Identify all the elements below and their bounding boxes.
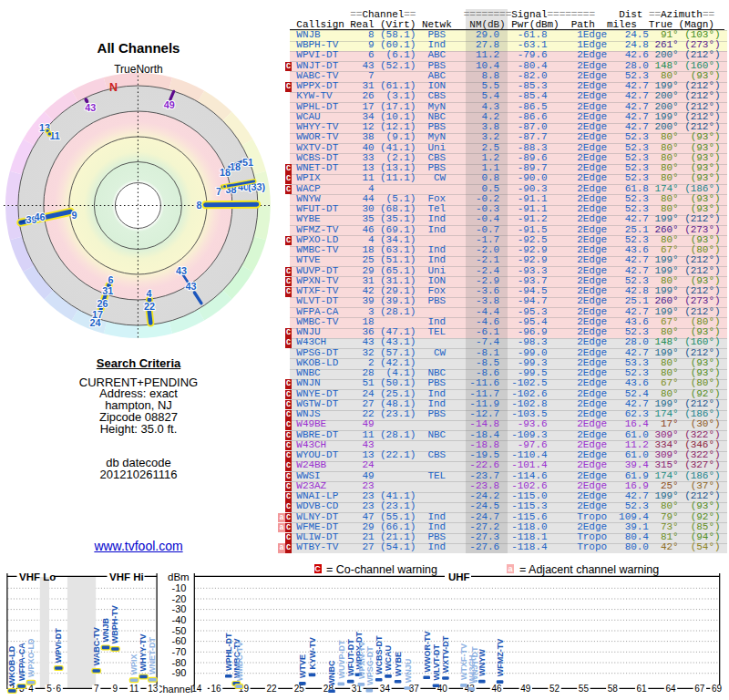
svg-text:61: 61 (637, 684, 648, 694)
svg-text:WNYW: WNYW (477, 649, 487, 676)
svg-text:-40: -40 (172, 614, 187, 625)
svg-text:67: 67 (694, 684, 705, 694)
svg-text:69: 69 (712, 684, 723, 694)
svg-text:WUVP-DT: WUVP-DT (337, 640, 346, 678)
svg-text:-30: -30 (172, 603, 187, 614)
svg-text:WNJB: WNJB (101, 618, 110, 643)
svg-text:VHF Lo: VHF Lo (19, 571, 56, 582)
svg-text:WWOR-TV: WWOR-TV (423, 632, 432, 673)
svg-text:WPIX: WPIX (129, 654, 139, 674)
svg-text:WPSG-DT: WPSG-DT (365, 646, 375, 685)
svg-text:51: 51 (242, 157, 253, 168)
svg-text:22: 22 (144, 301, 155, 312)
svg-text:31: 31 (102, 285, 113, 296)
svg-text:43: 43 (176, 265, 187, 276)
svg-text:WFPA-CA: WFPA-CA (17, 643, 26, 681)
svg-text:43: 43 (85, 102, 96, 113)
svg-text:16: 16 (211, 684, 222, 694)
svg-text:14: 14 (191, 684, 202, 694)
svg-text:WNET-DT: WNET-DT (148, 637, 157, 674)
svg-text:-80: -80 (172, 657, 187, 668)
svg-text:4: 4 (146, 288, 151, 299)
svg-text:-10: -10 (172, 582, 187, 593)
svg-text:13: 13 (148, 684, 159, 694)
svg-text:-50: -50 (172, 625, 187, 636)
svg-text:WNBC: WNBC (327, 660, 336, 685)
svg-text:26: 26 (97, 298, 108, 309)
svg-text:55: 55 (579, 684, 590, 694)
svg-text:6: 6 (108, 274, 113, 285)
svg-text:WCAU: WCAU (384, 645, 393, 671)
svg-text:64: 64 (665, 684, 676, 694)
svg-text:-20: -20 (172, 593, 187, 604)
svg-text:dBm: dBm (168, 571, 190, 582)
svg-text:WPVI-DT: WPVI-DT (54, 628, 63, 663)
svg-text:24: 24 (89, 317, 100, 328)
svg-text:WLVT-DT: WLVT-DT (432, 644, 441, 681)
svg-text:WMBC-TV: WMBC-TV (235, 642, 244, 682)
svg-text:-70: -70 (172, 646, 187, 657)
svg-text:WHYY-TV: WHYY-TV (139, 634, 148, 672)
svg-text:WTVE: WTVE (298, 654, 307, 678)
svg-text:WCBS-DT: WCBS-DT (375, 635, 384, 674)
svg-text:WYBE: WYBE (394, 652, 403, 676)
svg-text:7: 7 (94, 684, 99, 694)
svg-text:46: 46 (34, 211, 45, 222)
svg-text:UHF: UHF (448, 571, 470, 582)
svg-text:34: 34 (380, 684, 391, 694)
svg-text:WPXO-LD: WPXO-LD (26, 638, 36, 677)
svg-text:WABC-TV: WABC-TV (92, 627, 101, 665)
svg-text:WKOB-LD: WKOB-LD (7, 645, 16, 685)
svg-text:N: N (109, 81, 118, 94)
svg-text:Channel: Channel (156, 684, 193, 695)
svg-text:25: 25 (294, 684, 305, 694)
svg-text:6: 6 (56, 684, 62, 694)
svg-text:8: 8 (196, 200, 201, 211)
svg-text:22: 22 (266, 684, 277, 694)
svg-text:43: 43 (185, 281, 196, 292)
svg-text:49: 49 (520, 684, 531, 694)
svg-text:9: 9 (113, 684, 118, 694)
svg-text:WBPH-TV: WBPH-TV (110, 605, 119, 643)
svg-text:52: 52 (549, 684, 560, 694)
svg-text:49: 49 (164, 99, 175, 110)
svg-text:9: 9 (71, 210, 77, 221)
svg-text:WNJU: WNJU (404, 659, 413, 684)
svg-text:11: 11 (129, 684, 139, 694)
svg-text:-60: -60 (172, 635, 187, 646)
svg-text:18: 18 (230, 161, 241, 172)
svg-text:KYW-TV: KYW-TV (308, 637, 317, 669)
svg-text:WXTV-DT: WXTV-DT (441, 635, 450, 673)
svg-text:4: 4 (28, 684, 34, 694)
svg-text:VHF Hi: VHF Hi (109, 571, 144, 582)
svg-text:5: 5 (46, 684, 52, 694)
svg-text:46: 46 (491, 684, 502, 694)
svg-text:58: 58 (608, 684, 619, 694)
svg-text:-90: -90 (172, 667, 187, 678)
svg-text:WFMZ-TV: WFMZ-TV (496, 639, 505, 676)
